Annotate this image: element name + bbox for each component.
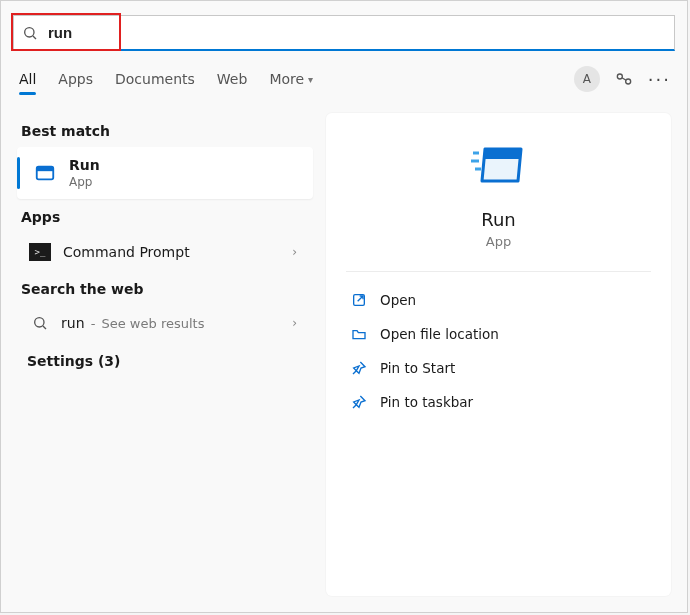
best-match-label: Best match — [21, 123, 312, 139]
action-open[interactable]: Open — [346, 284, 651, 316]
tab-apps[interactable]: Apps — [56, 65, 95, 93]
run-icon — [33, 162, 57, 184]
tab-web[interactable]: Web — [215, 65, 250, 93]
account-avatar[interactable]: A — [574, 66, 600, 92]
action-open-label: Open — [380, 292, 416, 308]
divider — [346, 271, 651, 272]
search-window: All Apps Documents Web More ▾ A ··· Best… — [0, 0, 688, 613]
preview-subtitle: App — [486, 234, 511, 249]
results-body: Best match Run App Apps Command Prompt › — [1, 107, 687, 612]
more-options-icon[interactable]: ··· — [648, 69, 671, 90]
svg-point-6 — [35, 318, 44, 327]
best-match-title: Run — [69, 157, 100, 173]
svg-point-2 — [617, 74, 622, 79]
action-pin-to-taskbar[interactable]: Pin to taskbar — [346, 386, 651, 418]
search-icon — [29, 315, 51, 331]
preview-actions: Open Open file location Pin to Start — [346, 284, 651, 418]
action-open-file-location[interactable]: Open file location — [346, 318, 651, 350]
header-actions: A ··· — [574, 66, 671, 92]
app-result-command-prompt[interactable]: Command Prompt › — [17, 233, 313, 271]
action-pin-to-start[interactable]: Pin to Start — [346, 352, 651, 384]
web-suffix: See web results — [101, 316, 204, 331]
chevron-down-icon: ▾ — [308, 74, 313, 85]
settings-results[interactable]: Settings (3) — [17, 341, 313, 381]
action-pin-start-label: Pin to Start — [380, 360, 455, 376]
action-pin-taskbar-label: Pin to taskbar — [380, 394, 473, 410]
preview-panel: Run App Open Open file location — [326, 113, 671, 596]
pin-icon — [350, 360, 368, 376]
chevron-right-icon: › — [292, 245, 297, 259]
tab-documents[interactable]: Documents — [113, 65, 197, 93]
search-icon — [22, 25, 38, 41]
svg-line-1 — [33, 36, 36, 39]
connect-icon[interactable] — [614, 69, 634, 89]
svg-point-3 — [625, 79, 630, 84]
best-match-result[interactable]: Run App — [17, 147, 313, 199]
best-match-subtitle: App — [69, 175, 100, 189]
svg-point-0 — [25, 27, 34, 36]
tab-all[interactable]: All — [17, 65, 38, 93]
pin-icon — [350, 394, 368, 410]
search-input[interactable] — [48, 24, 666, 41]
apps-label: Apps — [21, 209, 312, 225]
best-match-text: Run App — [69, 157, 100, 189]
svg-line-7 — [43, 326, 46, 329]
chevron-right-icon: › — [292, 316, 297, 330]
web-result-text: run - See web results — [61, 315, 292, 331]
search-bar[interactable] — [13, 15, 675, 51]
command-prompt-icon — [29, 243, 51, 261]
run-icon — [471, 143, 527, 187]
search-web-label: Search the web — [21, 281, 312, 297]
web-query: run — [61, 315, 85, 331]
open-icon — [350, 292, 368, 308]
web-separator: - — [87, 316, 100, 331]
filter-tabs: All Apps Documents Web More ▾ A ··· — [17, 65, 671, 93]
preview-title: Run — [481, 209, 516, 230]
folder-icon — [350, 326, 368, 342]
action-open-location-label: Open file location — [380, 326, 499, 342]
web-result[interactable]: run - See web results › — [17, 305, 313, 341]
svg-rect-5 — [37, 167, 54, 172]
tab-more[interactable]: More ▾ — [267, 65, 315, 93]
app-result-title: Command Prompt — [63, 244, 292, 260]
results-list: Best match Run App Apps Command Prompt › — [1, 107, 316, 612]
tab-more-label: More — [269, 71, 304, 87]
